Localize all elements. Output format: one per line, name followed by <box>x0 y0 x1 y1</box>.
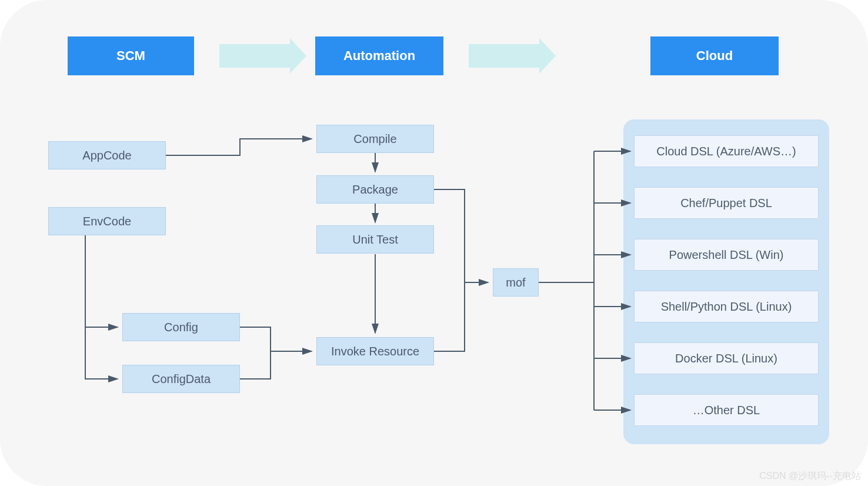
flow-arrow-1 <box>219 44 290 68</box>
node-invoke: Invoke Resource <box>316 337 434 365</box>
cloud-item-3: Shell/Python DSL (Linux) <box>634 291 819 322</box>
node-mof: mof <box>493 268 539 297</box>
node-configdata: ConfigData <box>122 365 240 393</box>
header-scm: SCM <box>68 36 194 75</box>
node-config: Config <box>122 313 240 341</box>
node-appcode: AppCode <box>48 141 166 169</box>
cloud-item-5: …Other DSL <box>634 394 819 426</box>
header-cloud: Cloud <box>650 36 779 75</box>
watermark: CSDN @沙琪玛--充电站 <box>759 470 861 482</box>
cloud-item-0: Cloud DSL (Azure/AWS…) <box>634 135 819 167</box>
header-automation: Automation <box>315 36 443 75</box>
node-envcode: EnvCode <box>48 207 166 235</box>
node-package: Package <box>316 175 434 204</box>
cloud-item-4: Docker DSL (Linux) <box>634 342 819 374</box>
cloud-item-1: Chef/Puppet DSL <box>634 187 819 219</box>
node-compile: Compile <box>316 125 434 153</box>
flow-arrow-2 <box>469 44 539 68</box>
cloud-item-2: Powershell DSL (Win) <box>634 239 819 271</box>
node-unittest: Unit Test <box>316 225 434 254</box>
diagram-canvas: SCM Automation Cloud AppCode EnvCode Con… <box>0 0 868 486</box>
